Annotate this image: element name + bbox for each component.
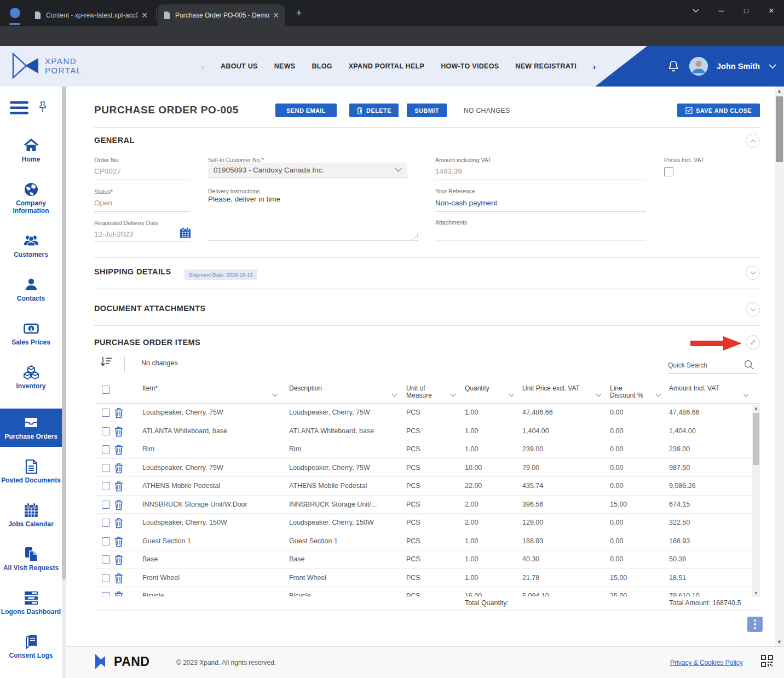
row-checkbox[interactable] <box>102 464 110 472</box>
table-row[interactable]: Bicycle Bicycle PCS 16.00 5,094.10 25.00… <box>95 587 760 596</box>
nav-howto-videos[interactable]: HOW-TO VIDEOS <box>441 62 499 70</box>
window-menu-chevron-icon[interactable] <box>683 0 708 21</box>
delivery-instructions-textarea[interactable]: Please, deliver in time <box>208 195 418 241</box>
row-trash-icon[interactable] <box>114 407 124 418</box>
col-quantity[interactable]: Quantity <box>465 385 489 392</box>
hamburger-menu-icon[interactable] <box>10 101 30 115</box>
col-item[interactable]: Item* <box>142 385 158 392</box>
table-row[interactable]: INNSBRUCK Storage Unit/W.Door INNSBRUCK … <box>95 496 760 514</box>
window-maximize-button[interactable]: □ <box>734 0 759 21</box>
submit-button[interactable]: SUBMIT <box>407 104 447 117</box>
sidebar-item-all-visit-requests[interactable]: All Visit Requests <box>0 547 62 572</box>
calendar-picker-icon[interactable] <box>179 227 192 239</box>
table-row[interactable]: Guest Section 1 Guest Section 1 PCS 1.00… <box>95 532 760 551</box>
sidebar-item-home[interactable]: Home <box>0 138 62 163</box>
row-trash-icon[interactable] <box>114 554 124 565</box>
browser-tab-content[interactable]: Content - xp-rew-latest.xpt-acc0 ✕ <box>28 4 153 26</box>
row-trash-icon[interactable] <box>114 444 124 455</box>
shipping-expand-button[interactable] <box>746 266 760 280</box>
row-checkbox[interactable] <box>102 537 110 545</box>
user-avatar[interactable] <box>689 57 708 76</box>
sidebar-item-posted-documents[interactable]: Posted Documents <box>0 459 62 484</box>
search-icon[interactable] <box>743 359 754 370</box>
sidebar-item-inventory[interactable]: Inventory <box>0 365 62 390</box>
your-reference-value[interactable]: Non-cash payment <box>435 199 497 207</box>
scroll-up-icon[interactable]: ▲ <box>752 405 760 412</box>
row-trash-icon[interactable] <box>114 518 124 528</box>
row-checkbox[interactable] <box>102 427 110 435</box>
page-scroll-down-icon[interactable]: ▼ <box>775 637 784 646</box>
sell-to-customer-select[interactable]: 01905893 - Candoxy Canada Inc. <box>208 163 407 177</box>
row-checkbox[interactable] <box>102 482 110 490</box>
sidebar-item-company-information[interactable]: Company Information <box>0 182 62 215</box>
browser-profile-icon[interactable] <box>10 8 20 18</box>
col-filter-chevron-icon[interactable] <box>391 389 397 399</box>
row-checkbox[interactable] <box>102 445 110 453</box>
attachments-expand-button[interactable] <box>746 302 760 317</box>
xpand-portal-logo[interactable]: XPAND PORTAL <box>11 51 82 81</box>
col-filter-chevron-icon[interactable] <box>655 389 661 399</box>
nav-blog[interactable]: BLOG <box>312 62 332 70</box>
row-trash-icon[interactable] <box>114 573 124 584</box>
table-scroll-thumb[interactable] <box>753 413 759 465</box>
row-trash-icon[interactable] <box>114 463 124 474</box>
scroll-down-icon[interactable]: ▼ <box>752 590 760 597</box>
browser-tab-purchase-order[interactable]: Purchase Order PO-005 - Demo ✕ <box>158 4 285 26</box>
col-unit-of-measure[interactable]: Unit of Measure <box>406 385 438 399</box>
filter-options-icon[interactable] <box>101 357 113 367</box>
nav-portal-help[interactable]: XPAND PORTAL HELP <box>349 62 424 70</box>
sidebar-item-sales-prices[interactable]: 1 Sales Prices <box>0 321 62 346</box>
row-checkbox[interactable] <box>102 555 110 564</box>
row-trash-icon[interactable] <box>114 499 124 510</box>
user-menu-chevron-icon[interactable] <box>769 64 776 69</box>
col-line-discount[interactable]: Line Discount % <box>610 385 649 399</box>
row-checkbox[interactable] <box>102 519 110 527</box>
table-row[interactable]: Rim Rim PCS 1.00 239.00 0.00 239.00 <box>95 440 760 459</box>
row-checkbox[interactable] <box>102 592 110 596</box>
notifications-bell-icon[interactable] <box>666 59 681 74</box>
table-row[interactable]: Base Base PCS 1.00 40.30 0.00 50.38 <box>95 550 760 569</box>
sidebar-item-logons-dashboard[interactable]: Logons Dashboard <box>0 590 62 616</box>
row-trash-icon[interactable] <box>114 536 124 547</box>
more-actions-floating-button[interactable] <box>747 617 763 632</box>
col-unit-price[interactable]: Unit Price excl. VAT <box>522 385 580 392</box>
col-filter-chevron-icon[interactable] <box>596 389 602 399</box>
col-filter-chevron-icon[interactable] <box>450 389 456 399</box>
nav-new-registration[interactable]: NEW REGISTRATI <box>515 62 577 70</box>
row-checkbox[interactable] <box>102 409 110 417</box>
table-row[interactable]: Loudspeaker, Cherry, 150W Loudspeaker, C… <box>95 514 760 532</box>
sidebar-scrollbar[interactable] <box>62 87 66 678</box>
row-trash-icon[interactable] <box>114 481 124 492</box>
row-trash-icon[interactable] <box>114 591 124 596</box>
sidebar-item-jobs-calendar[interactable]: Jobs Calendar <box>0 503 62 528</box>
items-fullscreen-button[interactable] <box>746 335 760 349</box>
table-row[interactable]: Front Wheel Front Wheel PCS 1.00 21.78 1… <box>95 569 760 588</box>
col-description[interactable]: Description <box>289 385 322 392</box>
save-and-close-button[interactable]: SAVE AND CLOSE <box>677 104 760 117</box>
new-tab-button[interactable]: + <box>292 7 305 20</box>
general-collapse-button[interactable] <box>746 134 760 148</box>
table-row[interactable]: Loudspeaker, Cherry, 75W Loudspeaker, Ch… <box>95 404 760 422</box>
row-trash-icon[interactable] <box>114 426 124 437</box>
sidebar-item-contacts[interactable]: Contacts <box>0 277 62 302</box>
resize-grip-icon[interactable] <box>411 233 418 240</box>
table-row[interactable]: ATLANTA Whiteboard, base ATLANTA Whitebo… <box>95 422 760 441</box>
col-filter-chevron-icon[interactable] <box>272 389 278 399</box>
table-row[interactable]: Loudspeaker, Cherry, 75W Loudspeaker, Ch… <box>95 459 760 478</box>
row-checkbox[interactable] <box>102 574 110 582</box>
nav-about-us[interactable]: ABOUT US <box>221 62 258 70</box>
tab-close-icon[interactable]: ✕ <box>141 11 148 20</box>
sidebar-item-purchase-orders[interactable]: Purchase Orders <box>0 409 62 447</box>
page-scroll-up-icon[interactable]: ▲ <box>775 87 784 95</box>
prices-incl-vat-checkbox[interactable] <box>664 167 673 176</box>
sidebar-item-customers[interactable]: Customers <box>0 233 62 258</box>
select-all-checkbox[interactable] <box>102 386 110 394</box>
qr-code-icon[interactable] <box>761 655 773 667</box>
sidebar-item-consent-logs[interactable]: Consent Logs <box>0 634 62 659</box>
privacy-cookies-link[interactable]: Privacy & Cookies Policy <box>670 659 743 666</box>
page-scrollbar[interactable]: ▲ ▼ <box>775 87 784 646</box>
row-checkbox[interactable] <box>102 501 110 509</box>
window-minimize-button[interactable]: ─ <box>708 0 734 21</box>
nav-prev-icon[interactable]: ‹ <box>201 62 204 71</box>
col-amount-incl-vat[interactable]: Amount Incl. VAT <box>669 385 719 392</box>
